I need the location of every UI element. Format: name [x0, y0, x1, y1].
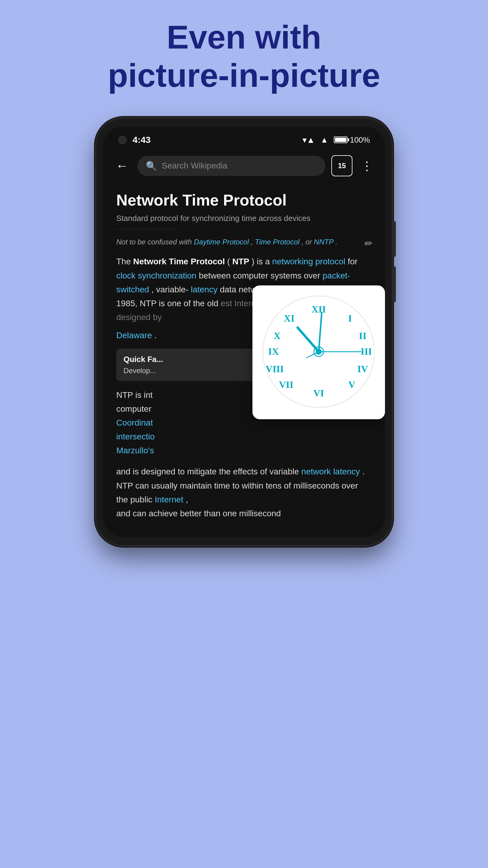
svg-text:I: I [348, 313, 352, 324]
note-link1[interactable]: Daytime Protocol [194, 238, 249, 246]
wifi-icon: ▾▲ [302, 135, 315, 145]
phone-mockup: 4:43 ▾▲ ▲ 100% ← 🔍 [96, 119, 392, 545]
svg-text:XII: XII [312, 304, 326, 315]
battery-text: 100% [350, 135, 370, 145]
article-content: Network Time Protocol Standard protocol … [103, 182, 385, 537]
status-bar: 4:43 ▾▲ ▲ 100% [103, 127, 385, 150]
article-body-3: and is designed to mitigate the effects … [116, 465, 372, 521]
body-paren-close: ) is a [252, 257, 272, 266]
camera-dot [118, 135, 127, 144]
battery-container: 100% [334, 135, 370, 145]
promo-line2: picture-in-picture [108, 57, 381, 94]
pip-overlay: XII I II III IV V VI VII [253, 285, 385, 419]
promo-line1: Even with [167, 19, 321, 56]
body2-link3[interactable]: Marzullo's [116, 446, 154, 455]
article-divider [116, 229, 176, 229]
note-link2[interactable]: Time Protocol [255, 238, 299, 246]
article-note: Not to be confused with Daytime Protocol… [116, 238, 372, 246]
battery-fill [335, 138, 347, 142]
body-link-networking[interactable]: networking protocol [272, 257, 346, 266]
clock-svg: XII I II III IV V VI VII [261, 294, 376, 409]
body-bold-ntp-full: Network Time Protocol [133, 257, 225, 266]
tab-counter-button[interactable]: 15 [331, 155, 352, 176]
svg-text:II: II [359, 330, 367, 341]
back-button[interactable]: ← [113, 156, 131, 176]
body2-link1[interactable]: Coordinat [116, 418, 153, 427]
article-subtitle: Standard protocol for synchronizing time… [116, 214, 372, 223]
svg-text:III: III [361, 346, 372, 357]
body-link-clock[interactable]: clock synchronization [116, 271, 196, 280]
body-delaware-period: . [154, 331, 157, 340]
search-placeholder: Search Wikipedia [162, 161, 227, 170]
body4-text: and can achieve better than one millisec… [116, 509, 281, 518]
body-bold-ntp: NTP [232, 257, 249, 266]
note-comma: , [251, 238, 255, 246]
status-right: ▾▲ ▲ 100% [302, 135, 370, 145]
body-paren-open: ( [227, 257, 230, 266]
note-link3[interactable]: NNTP [314, 238, 333, 246]
body2-computer: computer [116, 404, 152, 413]
svg-text:VIII: VIII [266, 364, 284, 374]
more-button[interactable]: ⋮ [358, 156, 375, 175]
svg-text:IX: IX [268, 346, 279, 357]
promo-heading: Even with picture-in-picture [90, 18, 398, 119]
body-text-variable: , variable- [152, 285, 189, 294]
body3-comma: , [186, 495, 188, 504]
search-bar[interactable]: 🔍 Search Wikipedia [137, 156, 325, 176]
note-or: , or [301, 238, 314, 246]
app-bar: ← 🔍 Search Wikipedia 15 ⋮ [103, 150, 385, 182]
body3-link-internet[interactable]: Internet [155, 495, 184, 504]
signal-icon: ▲ [321, 135, 328, 145]
note-period: . [335, 238, 337, 246]
svg-text:IV: IV [357, 364, 368, 374]
body-link-delaware[interactable]: Delaware [116, 331, 152, 340]
body3-link-latency[interactable]: network latency [301, 467, 360, 476]
svg-text:VII: VII [279, 379, 293, 390]
svg-text:XI: XI [284, 313, 295, 324]
edit-icon[interactable]: ✏ [364, 238, 372, 249]
search-icon: 🔍 [146, 161, 157, 171]
status-time: 4:43 [133, 135, 151, 145]
body-for: for [348, 257, 358, 266]
battery-icon [334, 136, 348, 143]
body2-text: NTP is int [116, 390, 153, 400]
svg-point-17 [316, 349, 322, 355]
article-title: Network Time Protocol [116, 191, 372, 210]
body2-link2[interactable]: intersectio [116, 432, 155, 441]
note-text: Not to be confused with [116, 238, 194, 246]
body-text-between: between computer systems over [199, 271, 323, 280]
body-link-latency[interactable]: latency [191, 285, 218, 294]
status-bar-left: 4:43 [118, 135, 151, 145]
body3-and: and is designed to mitigate the effects … [116, 467, 301, 476]
phone-shell: 4:43 ▾▲ ▲ 100% ← 🔍 [96, 119, 392, 545]
svg-text:V: V [348, 379, 355, 390]
svg-text:VI: VI [313, 388, 324, 398]
phone-screen: 4:43 ▾▲ ▲ 100% ← 🔍 [103, 127, 385, 537]
body-text-the: The [116, 257, 133, 266]
svg-text:X: X [273, 330, 281, 341]
